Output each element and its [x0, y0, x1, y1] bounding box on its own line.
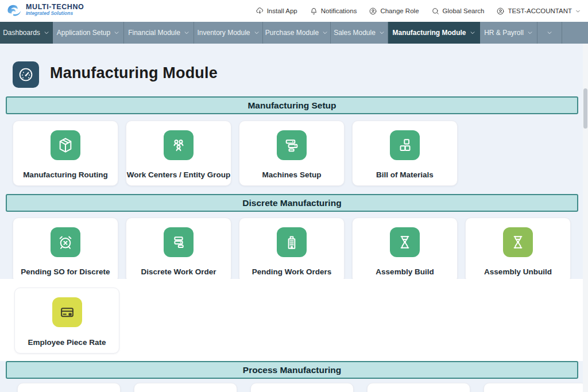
card-work-centers-entity-group[interactable]: Work Centers / Entity Group — [126, 121, 231, 186]
change-role-label: Change Role — [380, 7, 419, 14]
partial-card[interactable] — [134, 383, 237, 392]
cloud-download-icon — [256, 7, 264, 15]
user-account-menu[interactable]: TEST-ACCOUNTANT — [496, 7, 581, 15]
top-header: MULTI-TECHNO Integrated Solutions Instal… — [0, 0, 588, 22]
card-label: Pending SO for Discrete — [13, 267, 118, 276]
gauge-icon — [17, 66, 34, 83]
section-banner-manufacturing-setup: Manufacturing Setup — [6, 96, 578, 114]
install-app-label: Install App — [267, 7, 297, 14]
card-manufacturing-routing[interactable]: Manufacturing Routing — [13, 121, 118, 186]
nav-dashboards[interactable]: Dashboards — [0, 22, 53, 44]
global-search-button[interactable]: Global Search — [431, 7, 485, 15]
person-circle-icon — [496, 7, 505, 15]
alarm-cancel-icon — [51, 227, 80, 257]
nav-label: Financial Module — [128, 29, 180, 37]
chevron-down-icon — [547, 30, 552, 36]
app-window: MULTI-TECHNO Integrated Solutions Instal… — [0, 0, 588, 392]
card-label: Bill of Materials — [353, 170, 457, 179]
hourglass-icon — [390, 227, 420, 257]
order-stack-icon — [164, 227, 194, 257]
main-navbar: Dashboards Application Setup Financial M… — [0, 22, 588, 44]
nav-sales-module[interactable]: Sales Module — [331, 22, 388, 44]
nav-label: Sales Module — [334, 29, 376, 37]
card-label: Assembly Unbuild — [466, 267, 570, 276]
card-pending-so-for-discrete[interactable]: Pending SO for Discrete — [13, 218, 118, 283]
card-label: Pending Work Orders — [239, 267, 344, 276]
nav-inventory-module[interactable]: Inventory Module — [194, 22, 263, 44]
chevron-down-icon — [44, 30, 49, 36]
nav-overflow-menu[interactable] — [537, 22, 562, 44]
magnifier-icon — [431, 7, 440, 15]
server-stack-icon — [277, 130, 307, 160]
card-label: Manufacturing Routing — [13, 170, 118, 179]
nav-label: Application Setup — [57, 29, 110, 37]
chevron-down-icon — [322, 30, 328, 36]
person-circle-icon — [369, 7, 377, 15]
card-label: Employee Piece Rate — [15, 338, 119, 347]
partial-card[interactable] — [367, 383, 470, 392]
credit-card-icon — [52, 297, 82, 327]
page-title: Manufacturing Module — [50, 64, 218, 82]
card-machines-setup[interactable]: Machines Setup — [239, 121, 345, 186]
partial-card[interactable] — [250, 383, 354, 392]
nav-label: Purchase Module — [265, 29, 319, 37]
chevron-down-icon — [575, 8, 581, 14]
card-pending-work-orders[interactable]: Pending Work Orders — [239, 218, 345, 283]
card-assembly-unbuild[interactable]: Assembly Unbuild — [465, 218, 571, 283]
nav-hr-payroll[interactable]: HR & Payroll — [480, 22, 537, 44]
card-bill-of-materials[interactable]: Bill of Materials — [352, 121, 458, 186]
card-discrete-work-order[interactable]: Discrete Work Order — [126, 218, 231, 283]
user-account-label: TEST-ACCOUNTANT — [508, 7, 572, 14]
notifications-label: Notifications — [321, 7, 357, 14]
nav-financial-module[interactable]: Financial Module — [124, 22, 194, 44]
people-group-icon — [164, 130, 194, 160]
chevron-down-icon — [114, 30, 119, 36]
nav-label: Inventory Module — [197, 29, 250, 37]
nav-manufacturing-module[interactable]: Manufacturing Module — [388, 22, 480, 44]
scrollbar-thumb[interactable] — [583, 88, 587, 129]
partial-card[interactable] — [483, 383, 587, 392]
section-title: Discrete Manufacturing — [242, 198, 341, 208]
logo-swirl-icon — [6, 2, 23, 17]
company-logo[interactable]: MULTI-TECHNO Integrated Solutions — [6, 2, 84, 17]
global-search-label: Global Search — [443, 7, 485, 14]
header-actions: Install App Notifications Change Role Gl… — [256, 0, 581, 22]
chevron-down-icon — [184, 30, 189, 36]
chevron-down-icon — [470, 30, 475, 36]
nav-purchase-module[interactable]: Purchase Module — [263, 22, 331, 44]
card-label: Work Centers / Entity Group — [126, 170, 231, 179]
card-label: Discrete Work Order — [126, 267, 231, 276]
nav-label: Dashboards — [3, 29, 40, 37]
chevron-down-icon — [379, 30, 385, 36]
chevron-down-icon — [527, 30, 533, 36]
package-box-icon — [51, 130, 80, 160]
nav-label: HR & Payroll — [484, 29, 524, 37]
partial-card[interactable] — [17, 383, 121, 392]
chevron-down-icon — [254, 30, 260, 36]
page-title-tile — [13, 61, 39, 88]
stacked-blocks-icon — [390, 130, 420, 160]
card-employee-piece-rate[interactable]: Employee Piece Rate — [14, 288, 119, 354]
nav-label: Manufacturing Module — [393, 29, 466, 37]
card-assembly-build[interactable]: Assembly Build — [352, 218, 458, 283]
install-app-button[interactable]: Install App — [256, 7, 297, 15]
factory-building-icon — [277, 227, 307, 257]
bell-icon — [310, 7, 318, 15]
card-label: Assembly Build — [353, 267, 457, 276]
notifications-button[interactable]: Notifications — [310, 7, 357, 15]
change-role-button[interactable]: Change Role — [369, 7, 419, 15]
section-title: Process Manufacturing — [243, 365, 341, 375]
section-banner-process-manufacturing: Process Manufacturing — [6, 361, 578, 379]
nav-application-setup[interactable]: Application Setup — [53, 22, 124, 44]
section-banner-discrete-manufacturing: Discrete Manufacturing — [6, 194, 578, 212]
scrollbar-track[interactable] — [583, 44, 588, 392]
section-title: Manufacturing Setup — [247, 100, 336, 111]
hourglass-icon — [503, 227, 533, 257]
card-label: Machines Setup — [239, 170, 344, 179]
logo-tagline: Integrated Solutions — [26, 11, 84, 16]
